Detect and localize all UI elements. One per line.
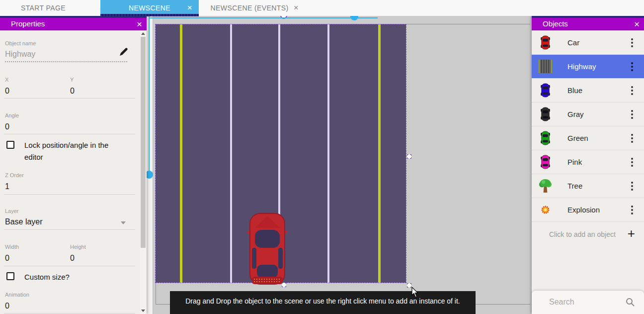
z-order-label: Z Order <box>5 172 24 178</box>
object-row-gray[interactable]: Gray <box>532 103 644 126</box>
divider <box>4 313 135 314</box>
close-icon[interactable]: × <box>137 18 142 30</box>
object-name: Tree <box>567 182 582 190</box>
height-field[interactable]: 0 <box>70 254 75 263</box>
mouse-cursor <box>411 287 419 298</box>
animation-field[interactable]: 0 <box>5 302 9 311</box>
divider <box>4 266 135 266</box>
tab-label: NEWSCENE <box>129 4 170 12</box>
properties-header: Properties × <box>0 16 147 30</box>
properties-panel: Properties × Object name Highway X Y 0 0… <box>0 16 147 314</box>
object-row-tree[interactable]: Tree <box>532 174 644 198</box>
width-field[interactable]: 0 <box>5 254 9 263</box>
object-row-explosion[interactable]: Explosion <box>532 198 644 222</box>
objects-panel: Objects × Car Highway Blue <box>532 16 644 314</box>
objects-header: Objects × <box>532 16 644 30</box>
edit-name-icon[interactable] <box>119 47 129 57</box>
object-name-label: Object name <box>5 40 36 46</box>
object-name: Pink <box>567 158 582 166</box>
car-thumbnail-icon <box>538 35 553 50</box>
tab-label: START PAGE <box>21 4 66 12</box>
canvas-vertical-scroll-track[interactable] <box>147 16 153 314</box>
explosion-thumbnail-icon <box>538 202 553 217</box>
x-field[interactable]: 0 <box>5 87 9 96</box>
canvas-vertical-scrollbar[interactable] <box>149 16 150 175</box>
lock-position-label: Lock position/angle in the editor <box>24 139 126 163</box>
x-label: X <box>5 77 8 83</box>
height-label: Height <box>70 244 86 250</box>
close-icon[interactable]: × <box>185 3 195 13</box>
car-instance[interactable] <box>247 211 287 288</box>
y-label: Y <box>70 77 74 83</box>
object-row-car[interactable]: Car <box>532 31 644 55</box>
resize-handle-bottom-right[interactable] <box>407 283 411 288</box>
kebab-menu-icon[interactable] <box>631 158 633 167</box>
lane-line <box>378 24 381 283</box>
object-name: Blue <box>567 86 582 95</box>
chevron-down-icon[interactable] <box>121 221 126 224</box>
z-order-field[interactable]: 1 <box>5 182 9 191</box>
car-thumbnail-icon <box>538 106 553 122</box>
object-row-highway[interactable]: Highway <box>532 55 644 79</box>
active-tab-indicator <box>100 14 199 16</box>
divider <box>4 194 135 195</box>
object-name: Explosion <box>567 206 600 214</box>
divider <box>4 229 135 230</box>
angle-field[interactable]: 0 <box>5 122 9 131</box>
horizontal-scroll-thumb[interactable] <box>350 16 358 20</box>
layer-label: Layer <box>5 208 19 214</box>
object-name-field[interactable]: Highway <box>5 50 127 62</box>
object-search-box <box>532 291 644 314</box>
width-label: Width <box>5 244 19 250</box>
car-thumbnail-icon <box>538 83 553 98</box>
search-icon <box>625 297 635 307</box>
panel-title: Objects <box>543 19 568 28</box>
angle-label: Angle <box>5 112 19 118</box>
drag-drop-tooltip: Drag and Drop the object to the scene or… <box>170 291 476 314</box>
resize-handle-bottom[interactable] <box>282 283 286 287</box>
plus-icon[interactable]: + <box>628 226 635 241</box>
scroll-down-icon[interactable] <box>141 310 145 312</box>
y-field[interactable]: 0 <box>70 87 75 96</box>
car-thumbnail-icon <box>538 130 553 146</box>
kebab-menu-icon[interactable] <box>631 86 633 95</box>
tab-start-page[interactable]: START PAGE <box>6 0 80 16</box>
search-input[interactable] <box>549 296 619 309</box>
object-name: Car <box>567 38 579 47</box>
tree-thumbnail-icon <box>538 178 553 194</box>
kebab-menu-icon[interactable] <box>631 206 633 214</box>
lane-line <box>327 24 329 283</box>
scroll-up-icon[interactable] <box>141 32 145 35</box>
kebab-menu-icon[interactable] <box>631 110 633 119</box>
kebab-menu-icon[interactable] <box>631 182 633 191</box>
custom-size-checkbox[interactable] <box>6 272 14 280</box>
lane-line <box>180 24 182 283</box>
close-icon[interactable]: × <box>291 3 301 13</box>
scene-canvas[interactable]: Drag and Drop the object to the scene or… <box>147 16 530 314</box>
tab-bar: START PAGE NEWSCENE × NEWSCENE (EVENTS) … <box>0 0 644 16</box>
lock-position-checkbox[interactable] <box>6 141 14 149</box>
object-row-green[interactable]: Green <box>532 126 644 150</box>
kebab-menu-icon[interactable] <box>631 38 633 47</box>
divider <box>4 134 135 134</box>
tab-label: NEWSCENE (EVENTS) <box>211 4 289 12</box>
canvas-horizontal-scrollbar[interactable] <box>149 17 378 18</box>
divider <box>4 98 135 99</box>
object-name: Highway <box>567 62 596 71</box>
layer-select[interactable]: Base layer <box>5 217 43 226</box>
tab-newscene-events[interactable]: NEWSCENE (EVENTS) × <box>200 0 299 16</box>
resize-handle-right[interactable] <box>407 154 411 159</box>
object-name: Green <box>567 134 588 142</box>
add-object-row: Click to add an object + <box>532 222 644 247</box>
object-row-blue[interactable]: Blue <box>532 79 644 103</box>
kebab-menu-icon[interactable] <box>631 134 633 143</box>
object-row-pink[interactable]: Pink <box>532 150 644 174</box>
object-name: Gray <box>567 110 584 118</box>
animation-label: Animation <box>5 292 29 298</box>
kebab-menu-icon[interactable] <box>631 62 633 71</box>
custom-size-label: Custom size? <box>24 271 126 283</box>
add-object-button[interactable]: Click to add an object <box>549 230 616 238</box>
properties-scroll-thumb[interactable] <box>141 37 146 248</box>
close-icon[interactable]: × <box>634 18 640 30</box>
car-thumbnail-icon <box>538 154 553 170</box>
